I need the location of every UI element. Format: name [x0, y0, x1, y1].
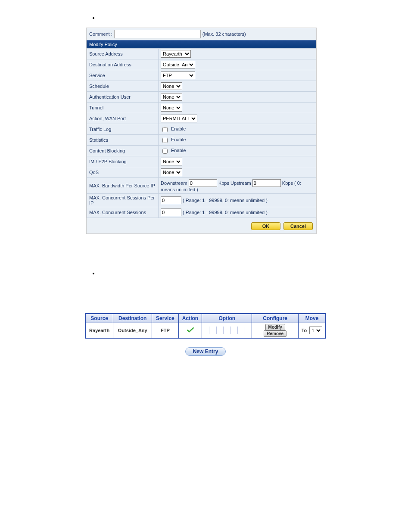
label-statistics: Statistics — [87, 135, 159, 146]
select-auth-user[interactable]: None — [161, 93, 182, 101]
cell-configure: Modify Remove — [252, 323, 299, 339]
button-row: OK Cancel — [87, 218, 316, 233]
table-row: Rayearth Outside_Any FTP Modify Remove — [85, 323, 326, 339]
check-statistics[interactable] — [162, 138, 168, 143]
comment-label: Comment : — [89, 31, 112, 37]
move-to-label: To — [302, 328, 307, 333]
check-statistics-label: Enable — [171, 137, 186, 142]
check-content-blocking-label: Enable — [171, 148, 186, 153]
comment-input[interactable] — [114, 30, 201, 38]
cell-service: FTP — [152, 323, 178, 339]
modify-policy-panel: Comment : (Max. 32 characters) Modify Po… — [86, 28, 317, 234]
col-option: Option — [202, 314, 252, 323]
cell-dest: Outside_Any — [113, 323, 152, 339]
ok-button[interactable]: OK — [251, 222, 280, 230]
label-service: Service — [87, 70, 159, 81]
col-action: Action — [178, 314, 202, 323]
col-service: Service — [152, 314, 178, 323]
remove-button[interactable]: Remove — [264, 330, 286, 337]
select-tunnel[interactable]: None — [161, 104, 182, 112]
downstream-label: Downstream — [161, 180, 187, 186]
select-schedule[interactable]: None — [161, 82, 182, 90]
bullet-marker — [93, 17, 94, 19]
select-imp2p[interactable]: None — [161, 158, 182, 165]
upstream-input[interactable] — [252, 179, 281, 187]
modify-button[interactable]: Modify — [265, 324, 285, 330]
select-destination-address[interactable]: Outside_Any — [161, 61, 195, 68]
upstream-label: Kbps Upstream — [218, 180, 251, 186]
col-configure: Configure — [252, 314, 299, 323]
label-schedule: Schedule — [87, 81, 159, 92]
move-select[interactable]: 1 — [309, 327, 322, 334]
label-traffic-log: Traffic Log — [87, 124, 159, 135]
cell-option — [202, 323, 252, 339]
comment-row: Comment : (Max. 32 characters) — [87, 28, 316, 40]
cell-source: Rayearth — [85, 323, 113, 339]
option-strip — [202, 327, 252, 334]
col-move: Move — [299, 314, 326, 323]
label-content-blocking: Content Blocking — [87, 146, 159, 156]
check-traffic-log-label: Enable — [171, 126, 186, 131]
cell-action — [178, 323, 202, 339]
select-service[interactable]: FTP — [161, 72, 195, 79]
cell-move: To 1 — [299, 323, 326, 339]
sessions-input[interactable] — [161, 208, 181, 216]
cancel-button[interactable]: Cancel — [283, 222, 313, 230]
sessions-hint: ( Range: 1 - 99999, 0: means unlimited ) — [183, 210, 268, 215]
label-tunnel: Tunnel — [87, 103, 159, 113]
select-source-address[interactable]: Rayearth — [161, 50, 191, 58]
comment-hint: (Max. 32 characters) — [202, 31, 246, 37]
permit-check-icon — [187, 328, 194, 333]
select-action-wan[interactable]: PERMIT ALL — [161, 115, 197, 122]
label-action-wan: Action, WAN Port — [87, 113, 159, 124]
label-max-bandwidth: MAX. Bandwidth Per Source IP — [87, 178, 159, 194]
label-max-sessions: MAX. Concurrent Sessions — [87, 207, 159, 218]
bullet-marker-2 — [93, 273, 94, 274]
check-content-blocking[interactable] — [162, 149, 168, 154]
downstream-input[interactable] — [189, 179, 217, 187]
label-qos: QoS — [87, 167, 159, 178]
label-destination-address: Destination Address — [87, 59, 159, 70]
section-header: Modify Policy — [87, 40, 316, 48]
check-traffic-log[interactable] — [162, 127, 168, 132]
policy-grid: Source Destination Service Action Option… — [85, 313, 326, 356]
label-imp2p: IM / P2P Blocking — [87, 156, 159, 167]
label-max-sessions-ip: MAX. Concurrent Sessions Per IP — [87, 194, 159, 207]
col-destination: Destination — [113, 314, 152, 323]
new-entry-button[interactable]: New Entry — [185, 347, 226, 356]
col-source: Source — [85, 314, 113, 323]
label-source-address: Source Address — [87, 49, 159, 59]
select-qos[interactable]: None — [161, 168, 182, 176]
sessions-ip-input[interactable] — [161, 196, 181, 204]
sessions-ip-hint: ( Range: 1 - 99999, 0: means unlimited ) — [183, 198, 268, 203]
label-auth-user: Authentication User — [87, 92, 159, 103]
